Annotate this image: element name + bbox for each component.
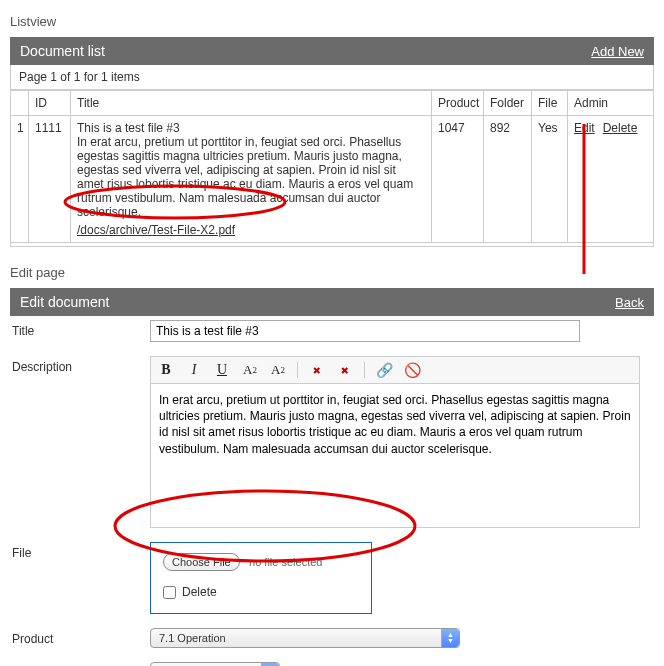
cell-admin: EditDelete — [568, 116, 654, 243]
pager-text: Page 1 of 1 for 1 items — [10, 65, 654, 90]
edit-link[interactable]: Edit — [574, 121, 595, 135]
bold-icon[interactable]: B — [157, 361, 175, 379]
table-row: 1 1111 This is a test file #3 In erat ar… — [11, 116, 654, 243]
table-footer-row — [11, 243, 654, 247]
title-label: Title — [12, 320, 150, 338]
col-id: ID — [29, 91, 71, 116]
rte-toolbar: B I U A2 A2 ✖ ✖ 🔗 🚫 — [151, 357, 639, 384]
cell-file: Yes — [532, 116, 568, 243]
cell-product: 1047 — [432, 116, 484, 243]
delete-file-label: Delete — [182, 585, 217, 599]
italic-icon[interactable]: I — [185, 361, 203, 379]
toolbar-separator — [364, 362, 365, 378]
col-product: Product — [432, 91, 484, 116]
edit-panel-title: Edit document — [20, 294, 110, 310]
product-select-value: 7.1 Operation — [159, 632, 226, 644]
unlink-icon[interactable]: 🚫 — [403, 361, 421, 379]
title-input[interactable] — [150, 320, 580, 342]
delete-file-checkbox[interactable] — [163, 586, 176, 599]
cell-title: This is a test file #3 In erat arcu, pre… — [71, 116, 432, 243]
col-folder: Folder — [484, 91, 532, 116]
cell-id: 1111 — [29, 116, 71, 243]
row-file-link[interactable]: /docs/archive/Test-File-X2.pdf — [77, 223, 235, 237]
strike2-icon[interactable]: ✖ — [336, 361, 354, 379]
link-icon[interactable]: 🔗 — [375, 361, 393, 379]
table-header-row: ID Title Product Folder File Admin — [11, 91, 654, 116]
choose-file-button[interactable]: Choose File — [163, 553, 240, 571]
col-admin: Admin — [568, 91, 654, 116]
col-file: File — [532, 91, 568, 116]
subscript-icon[interactable]: A2 — [241, 361, 259, 379]
edit-panel-header: Edit document Back — [10, 288, 654, 316]
description-textarea[interactable] — [151, 384, 639, 524]
cell-idx: 1 — [11, 116, 29, 243]
cell-folder: 892 — [484, 116, 532, 243]
back-link[interactable]: Back — [615, 295, 644, 310]
product-select[interactable]: 7.1 Operation ▲▼ — [150, 628, 460, 648]
toolbar-separator — [297, 362, 298, 378]
col-idx — [11, 91, 29, 116]
product-label: Product — [12, 628, 150, 646]
edit-section-label: Edit page — [10, 265, 654, 280]
file-status-text: no file selected — [249, 556, 322, 568]
listview-panel-header: Document list Add New — [10, 37, 654, 65]
listview-section-label: Listview — [10, 14, 654, 29]
superscript-icon[interactable]: A2 — [269, 361, 287, 379]
rich-text-editor: B I U A2 A2 ✖ ✖ 🔗 🚫 — [150, 356, 640, 528]
document-table: ID Title Product Folder File Admin 1 111… — [10, 90, 654, 247]
description-label: Description — [12, 356, 150, 374]
type-label: Type — [12, 662, 150, 666]
row-title: This is a test file #3 — [77, 121, 425, 135]
col-title: Title — [71, 91, 432, 116]
file-label: File — [12, 542, 150, 560]
listview-panel-title: Document list — [20, 43, 105, 59]
row-body: In erat arcu, pretium ut porttitor in, f… — [77, 135, 425, 219]
add-new-link[interactable]: Add New — [591, 44, 644, 59]
select-arrows-icon: ▲▼ — [441, 629, 459, 647]
delete-link[interactable]: Delete — [603, 121, 638, 135]
underline-icon[interactable]: U — [213, 361, 231, 379]
type-select[interactable]: Dirac Live® ▲▼ — [150, 662, 280, 666]
strike-icon[interactable]: ✖ — [308, 361, 326, 379]
file-upload-box: Choose File no file selected Delete — [150, 542, 372, 614]
